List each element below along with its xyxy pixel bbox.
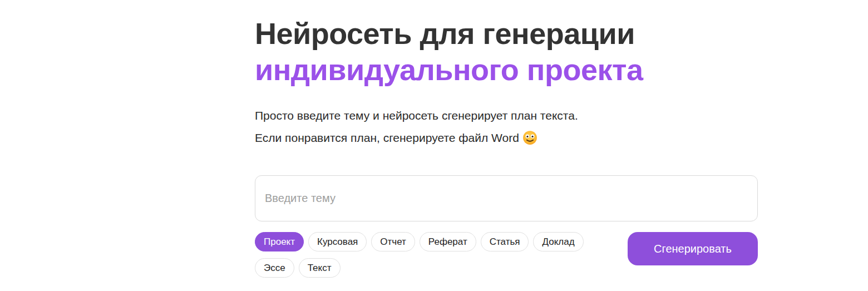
page-title-line2: индивидуального проекта bbox=[255, 52, 643, 88]
document-type-tags: ПроектКурсоваяОтчетРефератСтатьяДокладЭс… bbox=[255, 232, 617, 278]
tag-pill[interactable]: Текст bbox=[299, 258, 341, 278]
subtitle-line1: Просто введите тему и нейросеть сгенерир… bbox=[255, 105, 578, 127]
page-title: Нейросеть для генерации индивидуального … bbox=[255, 16, 643, 88]
tag-pill[interactable]: Проект bbox=[255, 232, 304, 251]
hero-section: Нейросеть для генерации индивидуального … bbox=[0, 0, 868, 291]
form-actions: ПроектКурсоваяОтчетРефератСтатьяДокладЭс… bbox=[255, 232, 758, 278]
slightly-smiling-face-emoji bbox=[522, 130, 537, 145]
tag-pill[interactable]: Эссе bbox=[255, 258, 294, 278]
page-title-line1: Нейросеть для генерации bbox=[255, 17, 635, 50]
subtitle: Просто введите тему и нейросеть сгенерир… bbox=[255, 105, 578, 149]
tag-pill[interactable]: Реферат bbox=[420, 232, 476, 251]
tag-pill[interactable]: Статья bbox=[481, 232, 529, 251]
tag-pill[interactable]: Доклад bbox=[533, 232, 583, 251]
tag-pill[interactable]: Курсовая bbox=[308, 232, 367, 251]
subtitle-line2: Если понравится план, сгенерируете файл … bbox=[255, 127, 578, 149]
generate-button[interactable]: Сгенерировать bbox=[628, 232, 758, 265]
topic-input[interactable] bbox=[255, 175, 758, 221]
tag-pill[interactable]: Отчет bbox=[371, 232, 415, 251]
